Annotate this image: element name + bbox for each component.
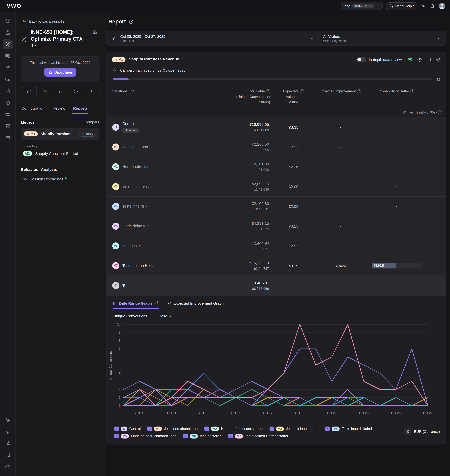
variations-filter-icon[interactable] (131, 89, 134, 93)
tab-configuration[interactable]: Configuration (21, 104, 45, 113)
secondary-metric-name: Shopify Checkout Started (35, 151, 78, 156)
activity-icon[interactable] (421, 3, 426, 9)
play-circle-icon[interactable] (129, 19, 133, 24)
legend-checkbox[interactable]: ✓ (183, 434, 188, 438)
settings-icon[interactable] (436, 57, 441, 62)
variation-name: Jetzt mit inne st... (122, 184, 152, 189)
action-history-button[interactable] (68, 86, 84, 97)
legend-badge: C (121, 427, 127, 431)
action-mail-button[interactable] (37, 86, 52, 97)
archived-notice-text: This test was archived on 27 Oct, 2025 (25, 60, 95, 65)
rail-item-ab-test[interactable]: AB (3, 39, 13, 49)
docs-icon[interactable] (426, 57, 432, 62)
row-menu-icon[interactable] (434, 144, 438, 149)
svg-text:Oct 13: Oct 13 (199, 411, 209, 415)
edit-icon[interactable] (93, 29, 97, 34)
legend-checkbox[interactable]: ✓ (147, 427, 152, 431)
row-menu-icon[interactable] (434, 263, 438, 267)
rail-item-video-stack[interactable] (3, 415, 13, 425)
row-menu-icon[interactable] (434, 223, 438, 228)
tab-review[interactable]: Review (52, 104, 66, 113)
copy-icon[interactable] (368, 4, 372, 8)
probability-of-better: - (364, 137, 429, 157)
tab-reports[interactable]: Reports (72, 104, 88, 113)
rail-item-window-reload[interactable] (3, 450, 13, 460)
help-icon[interactable]: ? (357, 89, 361, 93)
metric-name[interactable]: Shopify Purchase Revenue (129, 57, 179, 62)
workspace-selector[interactable]: Inne #996036 (341, 2, 383, 10)
rail-item-panel-layout[interactable] (3, 462, 13, 472)
rail-item-stack[interactable] (3, 121, 13, 131)
legend-checkbox[interactable]: ✓ (228, 434, 233, 438)
legend-checkbox[interactable]: ✓ (325, 427, 330, 431)
metric-dropdown[interactable]: Unique Conversions (113, 314, 153, 318)
avatar[interactable] (438, 3, 445, 9)
row-menu-icon[interactable] (434, 243, 438, 248)
legend-checkbox[interactable]: ✓ (114, 434, 119, 438)
rail-item-dashboard[interactable] (3, 16, 13, 26)
rail-item-cursor-card[interactable] (3, 75, 13, 84)
row-menu-icon[interactable] (434, 124, 438, 129)
legend-checkbox[interactable]: ✓ (204, 427, 209, 431)
help-icon[interactable]: ? (438, 110, 442, 114)
rail-item-flask[interactable] (3, 28, 13, 37)
back-label: Back to campaigns list (29, 19, 65, 24)
chevron-down-icon (169, 314, 172, 318)
total-value: €2,444.90 (202, 241, 269, 245)
row-menu-icon[interactable] (434, 204, 438, 208)
rail-item-sliders[interactable] (3, 438, 13, 448)
svg-text:A: A (22, 36, 24, 39)
health-icon[interactable] (408, 57, 413, 62)
help-icon[interactable]: ? (300, 89, 304, 93)
need-help-button[interactable]: Need Help? (386, 2, 417, 10)
back-to-campaigns-link[interactable]: Back to campaigns list (22, 19, 100, 24)
variation-badge: V7 (112, 262, 119, 269)
legend-checkbox[interactable]: ✓ (114, 427, 119, 431)
tab-date-range-graph[interactable]: Date Range Graph ? (113, 301, 159, 309)
rail-item-layout[interactable] (3, 51, 13, 61)
visitor-segments-filter[interactable]: All Visitors Visitor Segments (319, 31, 446, 45)
action-copy-button[interactable] (53, 86, 68, 97)
legend-label: Jetzt inne abonnieren (164, 427, 198, 431)
chevron-down-icon (437, 36, 441, 40)
primary-metric-item[interactable]: M1 Shopify Purchas... Primary (21, 128, 100, 139)
variation-badge: T (112, 282, 119, 289)
pie-chart-icon[interactable] (417, 57, 422, 62)
row-menu-icon[interactable] (434, 184, 438, 188)
probability-of-better: - (364, 276, 429, 295)
date-filter[interactable]: Oct 08, 2025 - Oct 27, 2025 Date Filter (107, 31, 319, 45)
table-body: CControlBaseline€16,099.0560 / 4,809€3.3… (107, 118, 446, 295)
rail-item-split[interactable] (3, 63, 13, 73)
notifications-icon[interactable] (430, 3, 435, 9)
help-icon[interactable]: ? (266, 89, 270, 93)
rail-item-bolt[interactable] (3, 427, 13, 436)
tab-expected-improvement-graph[interactable]: Expected Improvement Graph (167, 301, 224, 309)
action-archive-button[interactable] (21, 86, 37, 97)
legend-badge: V3 (276, 427, 284, 431)
legend-checkbox[interactable]: ✓ (269, 427, 274, 431)
col-total-value: Total value? (Unique Conversions/ Visito… (202, 89, 270, 105)
compare-link[interactable]: Compare (84, 120, 100, 124)
rail-item-target[interactable] (3, 98, 13, 108)
session-recordings-link[interactable]: Session Recordings (21, 177, 100, 181)
archived-banner: Campaign archived on 27 October, 2025. (120, 68, 187, 72)
secondary-metric-item[interactable]: M2 Shopify Checkout Started (21, 151, 100, 156)
svg-text:Oct 27: Oct 27 (423, 411, 433, 415)
conversions-ratio: 62 / 4,737 (202, 267, 269, 271)
help-icon[interactable]: ? (410, 89, 414, 93)
in-depth-toggle[interactable] (357, 57, 366, 62)
row-menu-icon[interactable] (434, 164, 438, 169)
bell-icon[interactable] (436, 77, 441, 82)
rail-item-goggles[interactable] (3, 110, 13, 119)
probability-of-better: - (364, 197, 429, 216)
action-kebab-button[interactable] (84, 86, 99, 97)
rail-item-briefcase[interactable] (3, 86, 13, 96)
currency-selector[interactable]: € EUR (Currency) (405, 428, 440, 435)
svg-text:0: 0 (119, 404, 121, 407)
help-icon[interactable]: ? (155, 301, 159, 305)
filter-bar: Oct 08, 2025 - Oct 27, 2025 Date Filter … (106, 31, 446, 46)
expected-value-per-visitor: €3.15 (270, 224, 317, 228)
granularity-dropdown[interactable]: Daily (159, 314, 172, 318)
rail-item-calendar[interactable] (3, 133, 13, 143)
unarchive-button[interactable]: Unarchive (44, 68, 76, 76)
